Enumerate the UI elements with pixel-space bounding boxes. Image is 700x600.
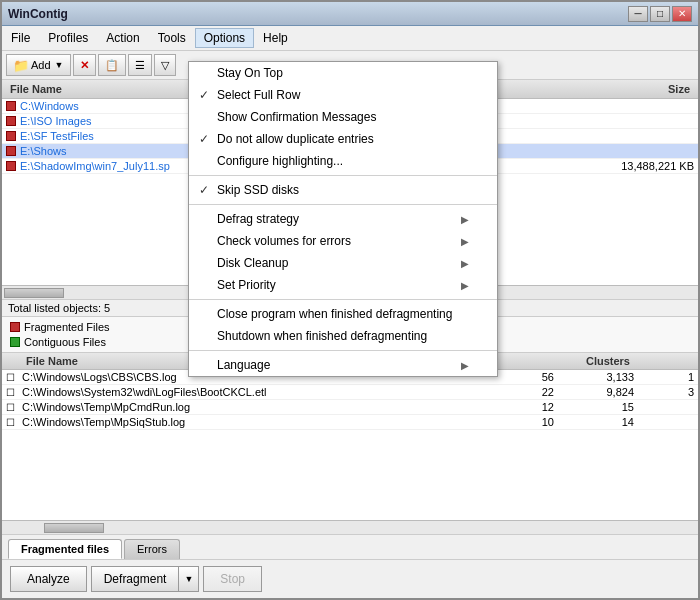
analyze-button[interactable]: Analyze [10,566,87,592]
title-bar: WinContig ─ □ ✕ [2,2,698,26]
defragment-button[interactable]: Defragment [91,566,179,592]
defragment-arrow-icon: ▼ [184,574,193,584]
title-bar-buttons: ─ □ ✕ [628,6,692,22]
bottom-list-section: File Name Clusters ☐ C:\Windows\Logs\CBS… [2,353,698,534]
menu-no-duplicates[interactable]: ✓ Do not allow duplicate entries [189,128,497,150]
fragmented-label: Fragmented Files [24,321,110,333]
stop-button[interactable]: Stop [203,566,262,592]
bottom-horizontal-scrollbar[interactable] [2,520,698,534]
defragment-dropdown-button[interactable]: ▼ [178,566,199,592]
row-checkbox[interactable]: ☐ [6,387,22,398]
bottom-frags-header [494,354,554,368]
defrag-strategy-label: Defrag strategy [217,212,299,226]
check-volumes-label: Check volumes for errors [217,234,351,248]
b-frags: 12 [494,401,554,413]
menu-close-when-finished[interactable]: Close program when finished defragmentin… [189,303,497,325]
file-size-header: Size [574,82,694,96]
b-size: 3 [634,386,694,398]
no-duplicates-label: Do not allow duplicate entries [217,132,374,146]
main-window: WinContig ─ □ ✕ File Profiles Action Too… [0,0,700,600]
menu-skip-ssd[interactable]: ✓ Skip SSD disks [189,179,497,201]
add-label: Add [31,59,51,71]
bottom-size-header [634,354,694,368]
b-size: 1 [634,371,694,383]
bottom-scrollbar-thumb[interactable] [44,523,104,533]
open-folder-button[interactable]: 📋 [98,54,126,76]
menu-select-full-row[interactable]: ✓ Select Full Row [189,84,497,106]
fragmented-icon [6,161,16,171]
b-clusters: 3,133 [554,371,634,383]
remove-button[interactable]: ✕ [73,54,96,76]
maximize-button[interactable]: □ [650,6,670,22]
menu-tools[interactable]: Tools [149,28,195,48]
action-bar: Analyze Defragment ▼ Stop [2,559,698,598]
menu-disk-cleanup[interactable]: Disk Cleanup ▶ [189,252,497,274]
options-dropdown-menu: Stay On Top ✓ Select Full Row Show Confi… [188,61,498,377]
tab-fragmented-files[interactable]: Fragmented files [8,539,122,559]
table-row[interactable]: ☐ C:\Windows\Temp\MpSiqStub.log 10 14 [2,415,698,430]
b-file-name: C:\Windows\Temp\MpCmdRun.log [22,401,494,413]
fragmented-legend-icon [10,322,20,332]
row-checkbox[interactable]: ☐ [6,372,22,383]
scrollbar-thumb[interactable] [4,288,64,298]
b-clusters: 14 [554,416,634,428]
menu-help[interactable]: Help [254,28,297,48]
tab-errors[interactable]: Errors [124,539,180,559]
defragment-split-button: Defragment ▼ [91,566,200,592]
menu-configure-highlighting[interactable]: Configure highlighting... [189,150,497,172]
menu-language[interactable]: Language ▶ [189,354,497,376]
filter-button[interactable]: ▽ [154,54,176,76]
select-full-row-label: Select Full Row [217,88,300,102]
minimize-button[interactable]: ─ [628,6,648,22]
show-confirmation-label: Show Confirmation Messages [217,110,376,124]
contiguous-legend-icon [10,337,20,347]
submenu-arrow-icon: ▶ [461,360,469,371]
skip-ssd-label: Skip SSD disks [217,183,299,197]
menu-file[interactable]: File [2,28,39,48]
close-button[interactable]: ✕ [672,6,692,22]
menu-defrag-strategy[interactable]: Defrag strategy ▶ [189,208,497,230]
set-priority-label: Set Priority [217,278,276,292]
total-objects-label: Total listed objects: 5 [8,302,110,314]
menu-separator-2 [189,204,497,205]
add-dropdown-icon[interactable]: ▼ [55,60,64,70]
menu-stay-on-top[interactable]: Stay On Top [189,62,497,84]
disk-cleanup-label: Disk Cleanup [217,256,288,270]
table-row[interactable]: ☐ C:\Windows\System32\wdi\LogFiles\BootC… [2,385,698,400]
list-button[interactable]: ☰ [128,54,152,76]
menu-action[interactable]: Action [97,28,148,48]
add-button[interactable]: 📁 Add ▼ [6,54,71,76]
submenu-arrow-icon: ▶ [461,236,469,247]
b-file-name: C:\Windows\System32\wdi\LogFiles\BootCKC… [22,386,494,398]
menu-show-confirmation[interactable]: Show Confirmation Messages [189,106,497,128]
stay-on-top-label: Stay On Top [217,66,283,80]
submenu-arrow-icon: ▶ [461,258,469,269]
submenu-arrow-icon: ▶ [461,280,469,291]
fragmented-icon [6,146,16,156]
shutdown-when-finished-label: Shutdown when finished defragmenting [217,329,427,343]
window-title: WinContig [8,7,68,21]
fragmented-icon [6,131,16,141]
table-row[interactable]: ☐ C:\Windows\Temp\MpCmdRun.log 12 15 [2,400,698,415]
close-when-finished-label: Close program when finished defragmentin… [217,307,452,321]
b-frags: 22 [494,386,554,398]
row-checkbox[interactable]: ☐ [6,402,22,413]
b-clusters: 15 [554,401,634,413]
menu-check-volumes[interactable]: Check volumes for errors ▶ [189,230,497,252]
b-frags: 10 [494,416,554,428]
menu-separator-4 [189,350,497,351]
fragmented-icon [6,101,16,111]
fragmented-icon [6,116,16,126]
menu-options[interactable]: Options [195,28,254,48]
menu-set-priority[interactable]: Set Priority ▶ [189,274,497,296]
tabs-bar: Fragmented files Errors [2,534,698,559]
menu-separator-3 [189,299,497,300]
menu-profiles[interactable]: Profiles [39,28,97,48]
bottom-clusters-header: Clusters [554,354,634,368]
file-size-cell: 13,488,221 KB [574,160,694,172]
row-checkbox[interactable]: ☐ [6,417,22,428]
menu-shutdown-when-finished[interactable]: Shutdown when finished defragmenting [189,325,497,347]
add-icon: 📁 [13,58,29,73]
configure-highlighting-label: Configure highlighting... [217,154,343,168]
bottom-list: ☐ C:\Windows\Logs\CBS\CBS.log 56 3,133 1… [2,370,698,520]
